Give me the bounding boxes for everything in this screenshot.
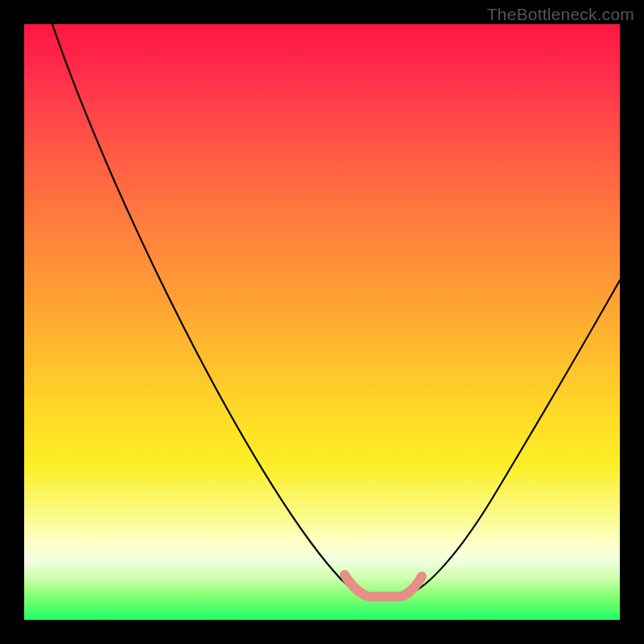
- bottleneck-curve-left: [52, 24, 362, 594]
- chart-frame: TheBottleneck.com: [0, 0, 644, 644]
- watermark-text: TheBottleneck.com: [487, 5, 634, 24]
- bottleneck-curve-right: [409, 280, 620, 594]
- plot-area: [24, 24, 620, 620]
- optimal-zone-highlight: [345, 575, 422, 597]
- curve-svg: [24, 24, 620, 620]
